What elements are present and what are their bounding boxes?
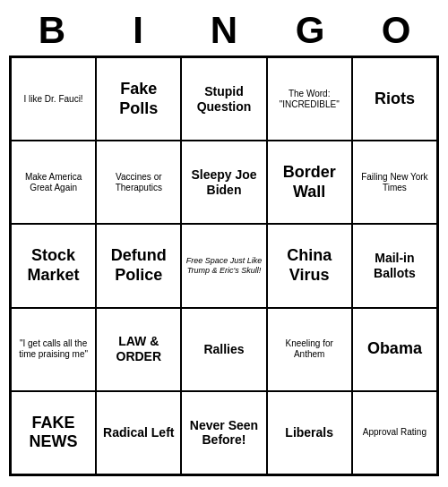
bingo-cell-6: Vaccines or Theraputics — [96, 141, 181, 224]
bingo-cell-5: Make America Great Again — [11, 141, 96, 224]
bingo-cell-3: The Word: "INCREDIBLE" — [267, 57, 352, 141]
bingo-cell-24: Approval Rating — [352, 391, 437, 474]
bingo-cell-16: LAW & ORDER — [96, 308, 181, 391]
title-o: O — [360, 9, 432, 52]
title-b: B — [16, 9, 88, 52]
bingo-cell-2: Stupid Question — [181, 57, 266, 141]
bingo-cell-18: Kneeling for Anthem — [267, 308, 352, 391]
bingo-cell-1: Fake Polls — [96, 57, 181, 141]
bingo-cell-4: Riots — [352, 57, 437, 141]
bingo-cell-11: Defund Police — [96, 224, 181, 307]
title-g: G — [274, 9, 346, 52]
bingo-cell-17: Rallies — [181, 308, 266, 391]
bingo-cell-21: Radical Left — [96, 391, 181, 474]
bingo-cell-0: I like Dr. Fauci! — [11, 57, 96, 141]
bingo-cell-12: Free Space Just Like Trump & Eric's Skul… — [181, 224, 266, 307]
title-i: I — [102, 9, 174, 52]
bingo-cell-10: Stock Market — [11, 224, 96, 307]
bingo-grid: I like Dr. Fauci!Fake PollsStupid Questi… — [9, 56, 439, 476]
bingo-cell-14: Mail-in Ballots — [352, 224, 437, 307]
bingo-cell-13: China Virus — [267, 224, 352, 307]
bingo-cell-15: "I get calls all the time praising me" — [11, 308, 96, 391]
bingo-cell-7: Sleepy Joe Biden — [181, 141, 266, 224]
bingo-cell-23: Liberals — [267, 391, 352, 474]
bingo-cell-20: FAKE NEWS — [11, 391, 96, 474]
title-n: N — [188, 9, 260, 52]
bingo-title: B I N G O — [9, 9, 439, 52]
bingo-cell-19: Obama — [352, 308, 437, 391]
bingo-cell-8: Border Wall — [267, 141, 352, 224]
bingo-cell-22: Never Seen Before! — [181, 391, 266, 474]
bingo-cell-9: Failing New York Times — [352, 141, 437, 224]
